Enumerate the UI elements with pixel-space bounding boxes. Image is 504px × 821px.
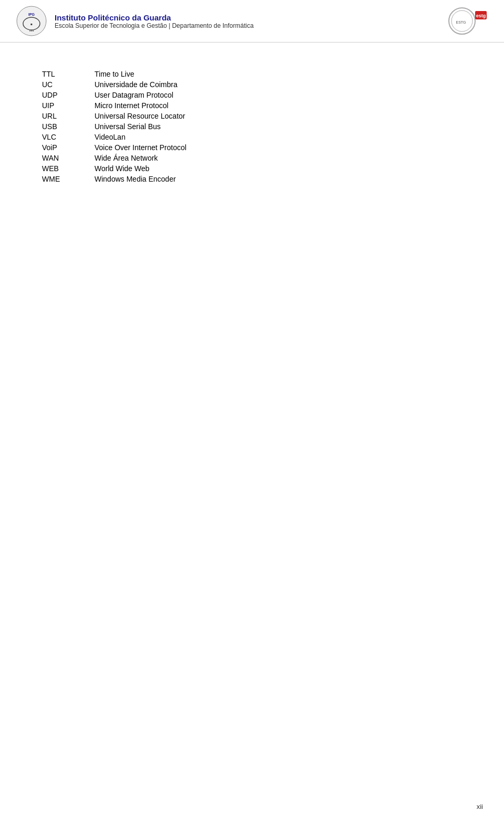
acronym-abbr: WEB xyxy=(42,163,94,174)
acronym-definition: Wide Área Network xyxy=(94,153,472,163)
acronym-definition: User Datagram Protocol xyxy=(94,90,472,100)
svg-text:●●●: ●●● xyxy=(29,29,34,32)
acronym-abbr: WAN xyxy=(42,153,94,163)
institution-name: Instituto Politécnico da Guarda xyxy=(55,13,254,22)
svg-text:ESTG: ESTG xyxy=(456,20,466,24)
acronym-definition: Universal Resource Locator xyxy=(94,111,472,121)
table-row: UIPMicro Internet Protocol xyxy=(42,100,472,111)
acronym-definition: Voice Over Internet Protocol xyxy=(94,142,472,153)
acronym-abbr: URL xyxy=(42,111,94,121)
acronym-definition: Universidade de Coimbra xyxy=(94,79,472,90)
table-row: UCUniversidade de Coimbra xyxy=(42,79,472,90)
header-text: Instituto Politécnico da Guarda Escola S… xyxy=(55,13,254,29)
institution-subtitle: Escola Superior de Tecnologia e Gestão |… xyxy=(55,22,254,29)
acronym-table: TTLTime to LiveUCUniversidade de Coimbra… xyxy=(42,69,472,184)
acronym-abbr: UDP xyxy=(42,90,94,100)
table-row: URLUniversal Resource Locator xyxy=(42,111,472,121)
table-row: TTLTime to Live xyxy=(42,69,472,79)
table-row: UDPUser Datagram Protocol xyxy=(42,90,472,100)
table-row: WANWide Área Network xyxy=(42,153,472,163)
acronym-definition: Micro Internet Protocol xyxy=(94,100,472,111)
page-header: IPG ■ ●●● Instituto Politécnico da Guard… xyxy=(0,0,504,43)
acronym-definition: World Wide Web xyxy=(94,163,472,174)
svg-text:■: ■ xyxy=(30,23,33,26)
table-row: VoiPVoice Over Internet Protocol xyxy=(42,142,472,153)
estg-logo: estg ESTG xyxy=(446,7,488,36)
acronym-definition: Universal Serial Bus xyxy=(94,121,472,132)
table-row: WMEWindows Media Encoder xyxy=(42,174,472,184)
acronym-abbr: TTL xyxy=(42,69,94,79)
table-row: VLCVideoLan xyxy=(42,132,472,142)
page-footer: xii xyxy=(477,803,483,811)
acronym-definition: VideoLan xyxy=(94,132,472,142)
page-number: xii xyxy=(477,803,483,811)
acronym-definition: Time to Live xyxy=(94,69,472,79)
acronym-abbr: UC xyxy=(42,79,94,90)
acronym-abbr: WME xyxy=(42,174,94,184)
acronym-abbr: VoiP xyxy=(42,142,94,153)
table-row: USBUniversal Serial Bus xyxy=(42,121,472,132)
acronym-abbr: VLC xyxy=(42,132,94,142)
acronym-definition: Windows Media Encoder xyxy=(94,174,472,184)
svg-text:IPG: IPG xyxy=(28,13,35,16)
acronym-abbr: USB xyxy=(42,121,94,132)
svg-text:estg: estg xyxy=(476,13,486,18)
header-left: IPG ■ ●●● Instituto Politécnico da Guard… xyxy=(16,5,254,37)
main-content: TTLTime to LiveUCUniversidade de Coimbra… xyxy=(0,43,504,210)
acronym-abbr: UIP xyxy=(42,100,94,111)
ipg-logo: IPG ■ ●●● xyxy=(16,5,47,37)
table-row: WEBWorld Wide Web xyxy=(42,163,472,174)
